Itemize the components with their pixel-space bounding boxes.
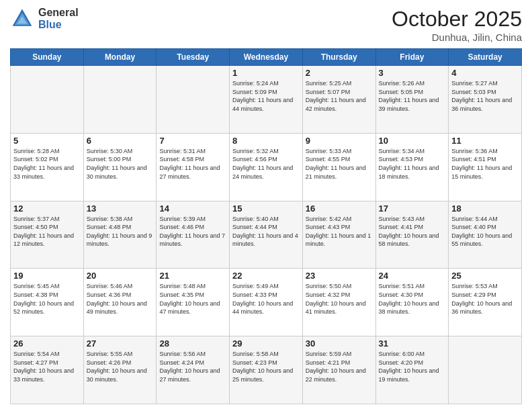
day-number: 26 <box>13 338 81 349</box>
day-number: 9 <box>306 136 373 146</box>
calendar-cell: 7Sunrise: 5:31 AM Sunset: 4:58 PM Daylig… <box>157 133 230 201</box>
day-number: 23 <box>306 271 373 281</box>
logo-general: General <box>38 7 79 19</box>
calendar-cell: 17Sunrise: 5:43 AM Sunset: 4:41 PM Dayli… <box>375 201 449 269</box>
calendar-cell: 3Sunrise: 5:26 AM Sunset: 5:05 PM Daylig… <box>375 66 449 134</box>
calendar-cell <box>83 66 157 134</box>
day-number: 4 <box>451 68 519 78</box>
day-info: Sunrise: 5:39 AM Sunset: 4:46 PM Dayligh… <box>159 215 226 248</box>
day-info: Sunrise: 5:38 AM Sunset: 4:48 PM Dayligh… <box>87 215 154 248</box>
calendar-cell <box>11 66 84 134</box>
day-number: 28 <box>159 338 226 349</box>
calendar-cell: 2Sunrise: 5:25 AM Sunset: 5:07 PM Daylig… <box>302 66 375 134</box>
logo-icon <box>10 7 34 31</box>
day-info: Sunrise: 5:50 AM Sunset: 4:32 PM Dayligh… <box>306 282 373 316</box>
day-number: 7 <box>159 136 226 146</box>
calendar-table: SundayMondayTuesdayWednesdayThursdayFrid… <box>10 48 522 404</box>
day-info: Sunrise: 5:27 AM Sunset: 5:03 PM Dayligh… <box>451 79 519 113</box>
day-number: 13 <box>87 203 154 214</box>
calendar-cell: 29Sunrise: 5:58 AM Sunset: 4:23 PM Dayli… <box>230 336 303 404</box>
day-info: Sunrise: 5:49 AM Sunset: 4:33 PM Dayligh… <box>232 282 300 316</box>
calendar-cell: 5Sunrise: 5:28 AM Sunset: 5:02 PM Daylig… <box>11 133 84 201</box>
day-info: Sunrise: 5:36 AM Sunset: 4:51 PM Dayligh… <box>451 147 519 181</box>
day-info: Sunrise: 5:59 AM Sunset: 4:21 PM Dayligh… <box>306 350 373 383</box>
day-info: Sunrise: 5:25 AM Sunset: 5:07 PM Dayligh… <box>306 79 373 113</box>
day-info: Sunrise: 5:37 AM Sunset: 4:50 PM Dayligh… <box>13 215 81 248</box>
day-number: 10 <box>379 136 446 146</box>
weekday-header-saturday: Saturday <box>449 49 522 66</box>
calendar-cell: 31Sunrise: 6:00 AM Sunset: 4:20 PM Dayli… <box>375 336 449 404</box>
header: General Blue October 2025 Dunhua, Jilin,… <box>10 7 522 43</box>
day-info: Sunrise: 5:44 AM Sunset: 4:40 PM Dayligh… <box>451 215 519 248</box>
day-info: Sunrise: 5:54 AM Sunset: 4:27 PM Dayligh… <box>13 350 81 383</box>
day-info: Sunrise: 5:56 AM Sunset: 4:24 PM Dayligh… <box>159 350 226 383</box>
day-number: 11 <box>451 136 519 146</box>
calendar-cell: 18Sunrise: 5:44 AM Sunset: 4:40 PM Dayli… <box>449 201 522 269</box>
calendar-cell: 20Sunrise: 5:46 AM Sunset: 4:36 PM Dayli… <box>83 269 157 336</box>
calendar-cell: 24Sunrise: 5:51 AM Sunset: 4:30 PM Dayli… <box>375 269 449 336</box>
day-info: Sunrise: 5:53 AM Sunset: 4:29 PM Dayligh… <box>451 282 519 316</box>
day-info: Sunrise: 5:34 AM Sunset: 4:53 PM Dayligh… <box>379 147 446 181</box>
day-number: 27 <box>87 338 154 349</box>
title-block: October 2025 Dunhua, Jilin, China <box>392 7 522 43</box>
day-info: Sunrise: 5:40 AM Sunset: 4:44 PM Dayligh… <box>232 215 300 248</box>
week-row-3: 12Sunrise: 5:37 AM Sunset: 4:50 PM Dayli… <box>11 201 522 269</box>
day-info: Sunrise: 5:24 AM Sunset: 5:09 PM Dayligh… <box>232 79 300 113</box>
day-info: Sunrise: 5:48 AM Sunset: 4:35 PM Dayligh… <box>159 282 226 316</box>
calendar-cell: 10Sunrise: 5:34 AM Sunset: 4:53 PM Dayli… <box>375 133 449 201</box>
day-number: 25 <box>451 271 519 281</box>
day-info: Sunrise: 5:31 AM Sunset: 4:58 PM Dayligh… <box>159 147 226 181</box>
day-info: Sunrise: 5:33 AM Sunset: 4:55 PM Dayligh… <box>306 147 373 181</box>
week-row-2: 5Sunrise: 5:28 AM Sunset: 5:02 PM Daylig… <box>11 133 522 201</box>
day-number: 20 <box>87 271 154 281</box>
day-number: 5 <box>13 136 81 146</box>
day-number: 17 <box>379 203 446 214</box>
month-title: October 2025 <box>392 7 522 32</box>
day-number: 21 <box>159 271 226 281</box>
logo-blue: Blue <box>38 19 79 31</box>
week-row-1: 1Sunrise: 5:24 AM Sunset: 5:09 PM Daylig… <box>11 66 522 134</box>
weekday-header-row: SundayMondayTuesdayWednesdayThursdayFrid… <box>11 49 522 66</box>
day-number: 19 <box>13 271 81 281</box>
calendar-cell: 13Sunrise: 5:38 AM Sunset: 4:48 PM Dayli… <box>83 201 157 269</box>
day-number: 22 <box>232 271 300 281</box>
calendar-cell: 23Sunrise: 5:50 AM Sunset: 4:32 PM Dayli… <box>302 269 375 336</box>
week-row-5: 26Sunrise: 5:54 AM Sunset: 4:27 PM Dayli… <box>11 336 522 404</box>
calendar-cell: 6Sunrise: 5:30 AM Sunset: 5:00 PM Daylig… <box>83 133 157 201</box>
day-info: Sunrise: 5:46 AM Sunset: 4:36 PM Dayligh… <box>87 282 154 316</box>
day-info: Sunrise: 5:51 AM Sunset: 4:30 PM Dayligh… <box>379 282 446 316</box>
day-info: Sunrise: 5:58 AM Sunset: 4:23 PM Dayligh… <box>232 350 300 383</box>
weekday-header-friday: Friday <box>375 49 449 66</box>
calendar-cell: 19Sunrise: 5:45 AM Sunset: 4:38 PM Dayli… <box>11 269 84 336</box>
day-number: 1 <box>232 68 300 78</box>
calendar-cell: 9Sunrise: 5:33 AM Sunset: 4:55 PM Daylig… <box>302 133 375 201</box>
day-info: Sunrise: 5:28 AM Sunset: 5:02 PM Dayligh… <box>13 147 81 181</box>
logo: General Blue <box>10 7 79 31</box>
calendar-cell: 22Sunrise: 5:49 AM Sunset: 4:33 PM Dayli… <box>230 269 303 336</box>
calendar-cell: 21Sunrise: 5:48 AM Sunset: 4:35 PM Dayli… <box>157 269 230 336</box>
page: General Blue October 2025 Dunhua, Jilin,… <box>0 0 532 411</box>
day-number: 6 <box>87 136 154 146</box>
day-number: 8 <box>232 136 300 146</box>
day-number: 15 <box>232 203 300 214</box>
day-number: 30 <box>306 338 373 349</box>
calendar-cell: 28Sunrise: 5:56 AM Sunset: 4:24 PM Dayli… <box>157 336 230 404</box>
calendar-cell <box>157 66 230 134</box>
calendar-cell: 4Sunrise: 5:27 AM Sunset: 5:03 PM Daylig… <box>449 66 522 134</box>
day-number: 18 <box>451 203 519 214</box>
day-info: Sunrise: 5:42 AM Sunset: 4:43 PM Dayligh… <box>306 215 373 248</box>
calendar-cell: 25Sunrise: 5:53 AM Sunset: 4:29 PM Dayli… <box>449 269 522 336</box>
day-info: Sunrise: 5:30 AM Sunset: 5:00 PM Dayligh… <box>87 147 154 181</box>
day-number: 31 <box>379 338 446 349</box>
day-number: 2 <box>306 68 373 78</box>
day-info: Sunrise: 5:45 AM Sunset: 4:38 PM Dayligh… <box>13 282 81 316</box>
calendar-cell: 26Sunrise: 5:54 AM Sunset: 4:27 PM Dayli… <box>11 336 84 404</box>
calendar-cell: 12Sunrise: 5:37 AM Sunset: 4:50 PM Dayli… <box>11 201 84 269</box>
weekday-header-tuesday: Tuesday <box>157 49 230 66</box>
day-number: 3 <box>379 68 446 78</box>
day-info: Sunrise: 5:26 AM Sunset: 5:05 PM Dayligh… <box>379 79 446 113</box>
calendar-cell: 30Sunrise: 5:59 AM Sunset: 4:21 PM Dayli… <box>302 336 375 404</box>
weekday-header-thursday: Thursday <box>302 49 375 66</box>
day-number: 24 <box>379 271 446 281</box>
day-number: 16 <box>306 203 373 214</box>
